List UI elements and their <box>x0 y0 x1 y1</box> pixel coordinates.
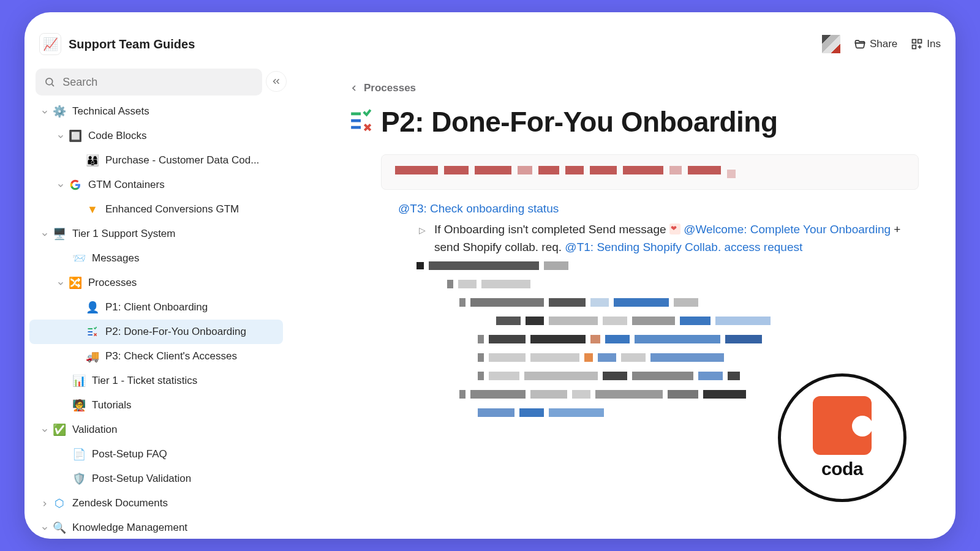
topbar-right: Share Ins <box>822 35 941 53</box>
heart-icon <box>669 223 680 234</box>
grid-plus-icon <box>911 38 923 50</box>
chevron-down-icon[interactable] <box>56 181 65 189</box>
sidebar-item-label: GTM Containers <box>88 179 165 191</box>
sidebar-item-label: Processes <box>88 277 137 289</box>
body-block: ▷ If Onboarding isn't completed Send mes… <box>419 220 919 257</box>
page-title: P2: Done-For-You Onboarding <box>381 105 777 138</box>
chevron-right-icon[interactable] <box>40 499 49 508</box>
chevron-left-icon <box>349 83 359 93</box>
sidebar-item-icon: 🚚 <box>86 350 99 363</box>
app-frame: 📈 Support Team Guides Share Ins ⚙️Techni… <box>24 12 956 539</box>
sidebar-item-icon: 👤 <box>86 301 99 314</box>
share-button[interactable]: Share <box>854 38 897 50</box>
topbar: 📈 Support Team Guides Share Ins <box>24 28 956 60</box>
sidebar-item[interactable]: ✅Validation <box>29 418 283 442</box>
sidebar-item-icon: 📊 <box>72 374 86 388</box>
callout-block <box>381 154 919 190</box>
sidebar-item[interactable]: 🔍Knowledge Management <box>29 515 283 539</box>
doc-icon-emoji: 📈 <box>43 37 58 51</box>
link-welcome[interactable]: @Welcome: Complete Your Onboarding <box>684 223 891 236</box>
coda-logo-icon <box>813 396 872 455</box>
sidebar-item[interactable]: 📨Messages <box>29 246 283 271</box>
chevron-down-icon[interactable] <box>56 132 65 140</box>
sidebar-item[interactable]: ⚙️Technical Assets <box>29 99 283 124</box>
sidebar-item-icon: 🔍 <box>53 521 66 534</box>
share-label: Share <box>870 38 897 50</box>
sidebar-item[interactable]: P2: Done-For-You Onboarding <box>29 320 283 344</box>
sidebar-item-label: Tier 1 - Ticket statistics <box>92 375 197 387</box>
triangle-bullet-icon: ▷ <box>419 224 426 257</box>
collapse-sidebar-button[interactable] <box>266 71 287 92</box>
sidebar-item-icon: 🖥️ <box>53 227 66 241</box>
chevron-down-icon[interactable] <box>40 425 49 434</box>
sidebar-item-icon: 🛡️ <box>72 472 86 485</box>
sidebar-item[interactable]: 📊Tier 1 - Ticket statistics <box>29 369 283 393</box>
sidebar-item-label: P2: Done-For-You Onboarding <box>105 326 246 338</box>
sidebar-item[interactable]: 🚚P3: Check Client's Accesses <box>29 344 283 369</box>
chevron-double-left-icon <box>271 76 282 87</box>
obscured-content <box>417 261 802 417</box>
search-input[interactable] <box>62 76 254 89</box>
avatar[interactable] <box>822 35 840 53</box>
sidebar-item[interactable]: 👨‍👩‍👦Purchase - Customer Data Cod... <box>29 148 283 173</box>
search-box[interactable] <box>36 69 262 96</box>
breadcrumb-label: Processes <box>364 82 416 94</box>
svg-rect-1 <box>918 40 922 43</box>
sidebar-item-icon: 🔀 <box>69 276 82 290</box>
sidebar-item[interactable]: 🔀Processes <box>29 271 283 295</box>
insert-label: Ins <box>927 38 941 50</box>
insert-button[interactable]: Ins <box>911 38 941 50</box>
chevron-down-icon[interactable] <box>40 230 49 238</box>
sidebar-item[interactable]: GTM Containers <box>29 173 283 197</box>
sidebar-item[interactable]: 🛡️Post-Setup Validation <box>29 467 283 491</box>
sidebar-item[interactable]: 🖥️Tier 1 Support System <box>29 222 283 246</box>
sidebar-item-icon <box>69 178 82 192</box>
chevron-down-icon[interactable] <box>40 107 49 116</box>
sidebar[interactable]: ⚙️Technical Assets🔲Code Blocks👨‍👩‍👦Purch… <box>29 99 283 539</box>
sidebar-item-label: Tutorials <box>92 399 132 411</box>
svg-rect-0 <box>913 40 916 43</box>
sidebar-item[interactable]: 🔲Code Blocks <box>29 124 283 148</box>
sidebar-item-label: Post-Setup FAQ <box>92 448 167 460</box>
sidebar-item-icon: 🔲 <box>69 129 82 143</box>
breadcrumb[interactable]: Processes <box>349 82 931 94</box>
sidebar-item-label: Tier 1 Support System <box>72 228 176 240</box>
sidebar-item[interactable]: 📄Post-Setup FAQ <box>29 442 283 467</box>
link-t1[interactable]: @T1: Sending Shopify Collab. access requ… <box>565 241 802 253</box>
sidebar-item-label: Knowledge Management <box>72 522 187 534</box>
coda-logo-badge: coda <box>778 373 907 502</box>
sidebar-item-icon: ✅ <box>53 423 66 437</box>
sidebar-item-icon: ▼ <box>86 203 99 216</box>
page-header: P2: Done-For-You Onboarding <box>349 105 931 138</box>
sidebar-item[interactable]: ▼Enhanced Conversions GTM <box>29 197 283 222</box>
sidebar-item-icon: ⚙️ <box>53 105 66 118</box>
sidebar-item-icon: 📨 <box>72 252 86 265</box>
sidebar-item-label: Code Blocks <box>88 130 146 142</box>
sidebar-item-label: Purchase - Customer Data Cod... <box>105 154 259 167</box>
link-t3[interactable]: @T3: Check onboarding status <box>398 202 931 216</box>
doc-icon[interactable]: 📈 <box>39 33 61 55</box>
chevron-down-icon[interactable] <box>56 279 65 287</box>
sidebar-item-label: Zendesk Documents <box>72 497 168 509</box>
list-item: ▷ If Onboarding isn't completed Send mes… <box>419 220 919 257</box>
sidebar-item-label: Enhanced Conversions GTM <box>105 203 239 216</box>
sidebar-item-label: Technical Assets <box>72 105 149 118</box>
sidebar-item[interactable]: ⬡Zendesk Documents <box>29 491 283 515</box>
sidebar-item-icon: ⬡ <box>53 497 66 510</box>
doc-title[interactable]: Support Team Guides <box>69 37 195 51</box>
sidebar-item-label: P1: Client Onboarding <box>105 301 208 313</box>
coda-logo-text: coda <box>821 459 863 479</box>
chevron-down-icon[interactable] <box>40 523 49 532</box>
sidebar-item-label: Validation <box>72 424 117 436</box>
folder-open-icon <box>854 38 866 50</box>
checklist-icon <box>349 109 372 135</box>
sidebar-item[interactable]: 👤P1: Client Onboarding <box>29 295 283 320</box>
svg-rect-2 <box>913 45 916 49</box>
sidebar-item-icon <box>86 325 99 339</box>
search-icon <box>44 76 55 88</box>
body-text: If Onboarding isn't completed Send messa… <box>434 220 919 257</box>
sidebar-item-label: P3: Check Client's Accesses <box>105 350 237 362</box>
sidebar-item-icon: 🧑‍🏫 <box>72 399 86 412</box>
sidebar-item-label: Post-Setup Validation <box>92 473 191 485</box>
sidebar-item[interactable]: 🧑‍🏫Tutorials <box>29 393 283 418</box>
